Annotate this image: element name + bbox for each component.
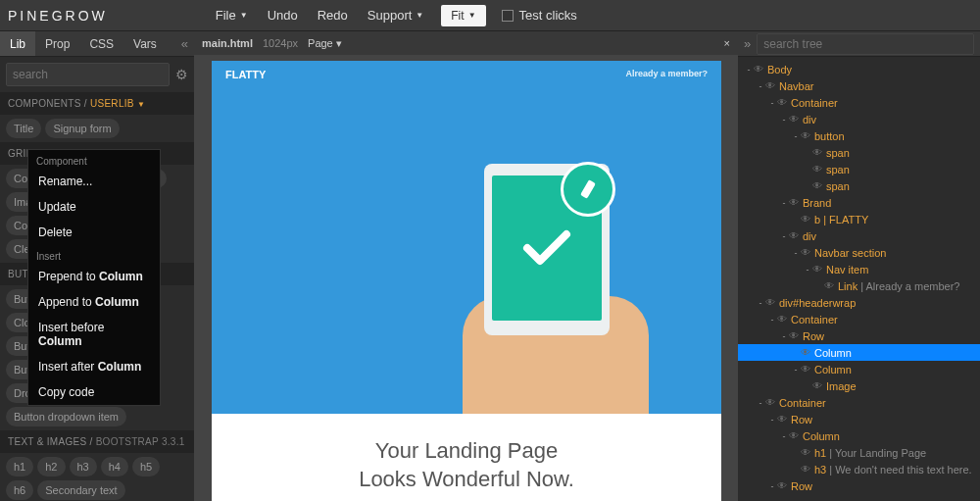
eye-icon[interactable]: 👁: [801, 247, 810, 258]
tree-row[interactable]: -👁div#headerwrap: [738, 294, 980, 311]
menu-redo[interactable]: Redo: [308, 8, 358, 23]
component-pill[interactable]: h5: [132, 457, 160, 476]
component-pill[interactable]: Secondary text: [37, 480, 124, 500]
tree-row[interactable]: -👁div: [738, 111, 980, 127]
tree-row[interactable]: -👁button: [738, 127, 980, 144]
menu-undo[interactable]: Undo: [258, 8, 308, 23]
menu-support[interactable]: Support▼: [358, 8, 433, 23]
tree-row[interactable]: -👁Container: [738, 94, 980, 111]
eye-icon[interactable]: 👁: [777, 314, 787, 325]
component-pill[interactable]: h6: [6, 480, 33, 500]
tree-row[interactable]: -👁Brand: [738, 194, 980, 211]
tree-toggle-icon[interactable]: -: [779, 431, 789, 441]
eye-icon[interactable]: 👁: [789, 497, 799, 498]
tree-toggle-icon[interactable]: -: [744, 65, 754, 75]
eye-icon[interactable]: 👁: [765, 80, 775, 91]
eye-icon[interactable]: 👁: [801, 464, 810, 475]
tree-row[interactable]: -👁Row: [738, 327, 980, 344]
eye-icon[interactable]: 👁: [765, 297, 775, 308]
eye-icon[interactable]: 👁: [789, 330, 799, 341]
tree-search-input[interactable]: [757, 33, 974, 55]
lib-search-input[interactable]: [6, 63, 170, 86]
canvas-file[interactable]: main.html: [202, 37, 253, 49]
tree-toggle-icon[interactable]: -: [767, 415, 777, 425]
tree-toggle-icon[interactable]: -: [767, 481, 777, 491]
tree-row[interactable]: -👁Container: [738, 311, 980, 327]
member-link[interactable]: Already a member?: [625, 69, 708, 80]
tree-toggle-icon[interactable]: -: [791, 365, 801, 375]
tree-toggle-icon[interactable]: -: [791, 248, 801, 258]
tree-toggle-icon[interactable]: -: [756, 298, 765, 308]
component-pill[interactable]: h1: [6, 457, 33, 476]
ctx-append[interactable]: Append to Column: [28, 289, 160, 315]
tree-row[interactable]: 👁h3 | We don't need this text here.: [738, 461, 980, 477]
canvas-width[interactable]: 1024px: [263, 37, 298, 49]
eye-icon[interactable]: 👁: [812, 264, 822, 275]
eye-icon[interactable]: 👁: [812, 180, 822, 191]
tab-css[interactable]: CSS: [79, 31, 123, 56]
test-clicks-toggle[interactable]: Test clicks: [502, 8, 577, 23]
tree-row[interactable]: -👁Nav item: [738, 261, 980, 277]
eye-icon[interactable]: 👁: [824, 280, 834, 291]
section-components[interactable]: COMPONENTS / USERLIB ▼: [0, 92, 194, 115]
eye-icon[interactable]: 👁: [754, 64, 763, 75]
canvas-page-menu[interactable]: Page ▾: [308, 37, 342, 50]
ctx-update[interactable]: Update: [28, 194, 160, 220]
canvas-preview[interactable]: FLATTY Already a member? Your Landing Pa…: [212, 61, 721, 501]
tree-row[interactable]: -👁Body: [738, 61, 980, 77]
tab-vars[interactable]: Vars: [123, 31, 167, 56]
tree-row[interactable]: -👁div: [738, 227, 980, 244]
eye-icon[interactable]: 👁: [777, 480, 787, 491]
eye-icon[interactable]: 👁: [765, 397, 775, 408]
component-pill[interactable]: h4: [101, 457, 128, 476]
ctx-prepend[interactable]: Prepend to Column: [28, 264, 160, 289]
eye-icon[interactable]: 👁: [801, 130, 810, 141]
tree-row[interactable]: 👁Image: [738, 377, 980, 394]
eye-icon[interactable]: 👁: [789, 230, 799, 241]
eye-icon[interactable]: 👁: [801, 347, 810, 358]
tree-row[interactable]: -👁Row: [738, 477, 980, 494]
ctx-rename[interactable]: Rename...: [28, 169, 160, 194]
tab-lib[interactable]: Lib: [0, 31, 35, 56]
ctx-copy[interactable]: Copy code: [28, 379, 160, 405]
tree-row[interactable]: 👁h1 | Your Landing Page: [738, 444, 980, 461]
component-pill[interactable]: Signup form: [45, 119, 119, 138]
eye-icon[interactable]: 👁: [789, 430, 799, 441]
eye-icon[interactable]: 👁: [777, 97, 787, 108]
tree-toggle-icon[interactable]: -: [779, 198, 789, 208]
eye-icon[interactable]: 👁: [812, 164, 822, 175]
component-pill[interactable]: Title: [6, 119, 41, 138]
tree-toggle-icon[interactable]: -: [803, 265, 812, 275]
tree-row[interactable]: -👁Column: [738, 427, 980, 444]
tree-row[interactable]: 👁span: [738, 161, 980, 177]
fit-button[interactable]: Fit▼: [441, 5, 485, 26]
tree-row[interactable]: -👁Column: [738, 361, 980, 377]
tree-toggle-icon[interactable]: -: [756, 398, 765, 408]
component-pill[interactable]: h3: [70, 457, 97, 476]
tab-prop[interactable]: Prop: [35, 31, 79, 56]
tree-row[interactable]: -👁Column: [738, 494, 980, 498]
tree-toggle-icon[interactable]: -: [779, 331, 789, 341]
tree-row[interactable]: -👁Navbar: [738, 77, 980, 94]
eye-icon[interactable]: 👁: [801, 447, 810, 458]
tree-row[interactable]: 👁span: [738, 144, 980, 161]
tree-row[interactable]: 👁span: [738, 177, 980, 194]
tree-toggle-icon[interactable]: -: [756, 81, 765, 91]
component-pill[interactable]: h2: [37, 457, 65, 476]
collapse-left-icon[interactable]: «: [181, 36, 188, 51]
eye-icon[interactable]: 👁: [789, 197, 799, 208]
component-pill[interactable]: Button dropdown item: [6, 407, 126, 426]
menu-file[interactable]: File▼: [206, 8, 258, 23]
tree-row[interactable]: 👁b | FLATTY: [738, 211, 980, 227]
tree-toggle-icon[interactable]: -: [779, 231, 789, 241]
tree-row[interactable]: 👁Column: [738, 344, 980, 361]
ctx-before[interactable]: Insert before Column: [28, 315, 160, 354]
eye-icon[interactable]: 👁: [801, 214, 810, 225]
tree-toggle-icon[interactable]: -: [767, 315, 777, 325]
tree-toggle-icon[interactable]: -: [767, 98, 777, 108]
section-text[interactable]: TEXT & IMAGES / BOOTSTRAP 3.3.1: [0, 430, 194, 453]
eye-icon[interactable]: 👁: [789, 114, 799, 125]
gear-icon[interactable]: ⚙: [175, 67, 188, 82]
eye-icon[interactable]: 👁: [777, 414, 787, 425]
ctx-after[interactable]: Insert after Column: [28, 354, 160, 379]
